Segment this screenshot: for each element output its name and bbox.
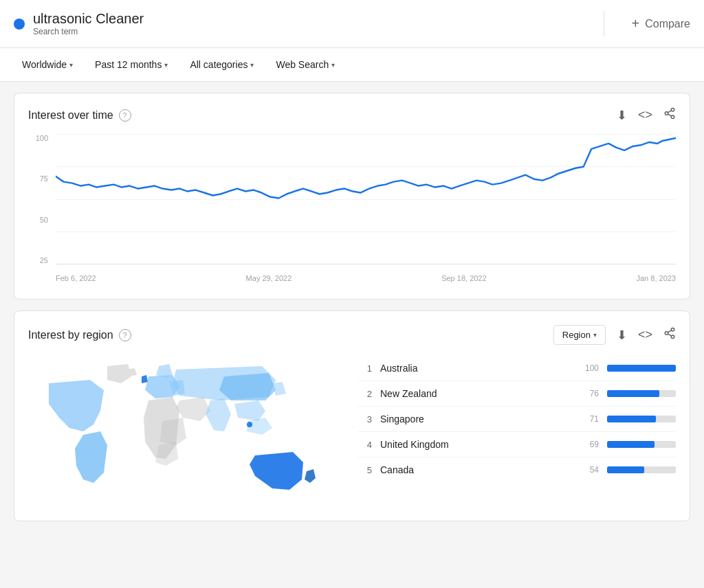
svg-point-2 [671,115,674,119]
location-chevron-icon: ▾ [69,61,73,69]
region-bar-fill-3 [607,416,656,422]
search-term-subtitle: Search term [33,27,144,36]
region-row: 4 United Kingdom 69 [358,432,676,457]
svg-line-8 [668,334,671,336]
interest-by-region-header: Interest by region ? Region ▾ ⬇ <> [28,325,676,345]
x-axis: Feb 6, 2022 May 29, 2022 Sep 18, 2022 Ja… [56,264,676,285]
region-rank-3: 3 [358,414,372,425]
y-axis: 100 75 50 25 [28,134,52,264]
svg-point-10 [247,422,252,427]
region-download-icon[interactable]: ⬇ [617,328,627,343]
x-label-may: May 29, 2022 [246,274,292,282]
interest-over-time-header: Interest over time ? ⬇ <> [28,107,676,123]
region-rank-2: 2 [358,389,372,399]
region-list: 1 Australia 100 2 New Zealand 76 3 [358,356,676,482]
chart-plot-area [56,134,676,264]
card-actions: ⬇ <> [617,107,676,123]
region-bar-5 [607,466,676,473]
region-score-4: 69 [580,440,599,449]
search-term-dot [14,19,25,30]
region-bar-fill-1 [607,365,676,372]
line-chart-svg [56,134,676,264]
region-score-5: 54 [580,465,599,475]
region-bar-3 [607,416,676,422]
timeframe-filter-label: Past 12 months [95,59,162,70]
header: ultrasonic Cleaner Search term + Compare [0,0,704,48]
region-card-actions: Region ▾ ⬇ <> [553,325,676,345]
y-label-75: 75 [40,174,48,183]
world-map-svg [28,356,344,507]
region-rank-5: 5 [358,465,372,475]
region-filter-button[interactable]: Region ▾ [553,325,606,345]
region-bar-fill-5 [607,466,644,473]
location-filter[interactable]: Worldwide ▾ [14,55,81,74]
timeframe-chevron-icon: ▾ [164,61,168,69]
region-content: 1 Australia 100 2 New Zealand 76 3 [28,356,676,507]
region-filter-label: Region [562,330,591,340]
timeframe-filter[interactable]: Past 12 months ▾ [87,55,176,74]
compare-section[interactable]: + Compare [604,16,691,32]
region-row: 2 New Zealand 76 [358,381,676,407]
interest-by-region-help-icon[interactable]: ? [119,329,131,341]
world-map [28,356,344,507]
download-icon[interactable]: ⬇ [617,108,627,123]
compare-plus-icon: + [632,16,640,32]
svg-point-0 [671,109,674,112]
region-rank-4: 4 [358,440,372,450]
filters-bar: Worldwide ▾ Past 12 months ▾ All categor… [0,48,704,82]
region-bar-4 [607,441,676,448]
main-content: Interest over time ? ⬇ <> 100 75 50 25 [0,82,704,532]
interest-over-time-help-icon[interactable]: ? [119,109,131,122]
svg-point-5 [671,328,674,332]
region-embed-icon[interactable]: <> [638,328,652,342]
interest-by-region-card: Interest by region ? Region ▾ ⬇ <> [14,310,690,521]
search-term-section: ultrasonic Cleaner Search term [14,11,604,36]
svg-line-4 [668,111,671,113]
region-bar-fill-4 [607,441,654,448]
region-name-5: Canada [380,464,571,475]
region-score-2: 76 [580,389,599,398]
x-label-sep: Sep 18, 2022 [441,274,486,282]
region-row: 1 Australia 100 [358,356,676,381]
search-type-chevron-icon: ▾ [331,61,335,69]
y-label-50: 50 [40,216,48,224]
region-share-icon[interactable] [663,327,676,343]
region-score-3: 71 [580,414,599,424]
region-name-1: Australia [380,363,571,374]
region-score-1: 100 [580,363,599,373]
compare-label: Compare [645,18,690,30]
y-label-25: 25 [40,256,48,264]
region-name-4: United Kingdom [380,439,571,450]
card-title-row: Interest over time ? [28,109,131,122]
region-name-3: Singapore [380,414,571,425]
category-filter[interactable]: All categories ▾ [182,55,262,74]
share-icon[interactable] [663,107,676,123]
category-chevron-icon: ▾ [250,61,254,69]
x-label-feb: Feb 6, 2022 [56,274,96,282]
interest-by-region-title: Interest by region [28,329,113,341]
region-filter-chevron-icon: ▾ [593,331,597,339]
region-row: 5 Canada 54 [358,457,676,482]
svg-line-9 [668,330,671,332]
region-row: 3 Singapore 71 [358,407,676,432]
category-filter-label: All categories [190,59,248,70]
interest-over-time-chart: 100 75 50 25 Feb 6, 2022 [28,134,676,285]
region-name-2: New Zealand [380,388,571,399]
search-type-filter[interactable]: Web Search ▾ [267,55,343,74]
embed-icon[interactable]: <> [638,108,652,122]
x-label-jan: Jan 8, 2023 [637,274,676,282]
region-bar-fill-2 [607,390,659,397]
region-bar-1 [607,365,676,372]
svg-point-7 [671,335,674,339]
interest-over-time-card: Interest over time ? ⬇ <> 100 75 50 25 [14,93,690,299]
svg-line-3 [668,114,671,116]
svg-point-1 [665,112,668,115]
search-term-title: ultrasonic Cleaner [33,11,144,27]
location-filter-label: Worldwide [22,59,67,70]
region-bar-2 [607,390,676,397]
interest-over-time-title: Interest over time [28,109,113,122]
region-card-title-row: Interest by region ? [28,329,131,341]
y-label-100: 100 [36,134,48,142]
region-rank-1: 1 [358,363,372,374]
svg-point-6 [665,332,668,335]
